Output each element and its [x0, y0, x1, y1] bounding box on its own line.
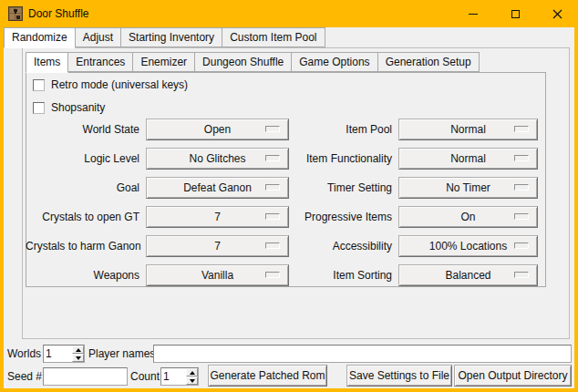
item-pool-dropdown[interactable]: Normal	[398, 119, 538, 140]
worlds-spinner[interactable]	[43, 345, 85, 363]
seed-label: Seed #	[7, 367, 42, 386]
dropdown-indicator-icon	[265, 126, 280, 132]
crystals-harm-ganon-dropdown[interactable]: 7	[146, 235, 289, 257]
main-tab-bar: Randomize Adjust Starting Inventory Cust…	[4, 27, 325, 48]
minimize-button[interactable]	[452, 0, 494, 27]
arrow-down-icon	[76, 356, 81, 360]
worlds-spin-up-button[interactable]	[72, 346, 84, 354]
dropdown-indicator-icon	[514, 213, 529, 220]
count-spin-down-button[interactable]	[186, 377, 198, 385]
worlds-label: Worlds	[7, 345, 41, 363]
seed-input[interactable]	[43, 367, 128, 386]
crystals-open-gt-dropdown[interactable]: 7	[146, 206, 289, 228]
checkbox-icon[interactable]	[33, 102, 45, 114]
option-label: Timer Setting	[283, 181, 392, 194]
tab-generation-setup[interactable]: Generation Setup	[377, 52, 480, 72]
tab-dungeon-shuffle[interactable]: Dungeon Shuffle	[194, 52, 292, 72]
dropdown-indicator-icon	[265, 184, 280, 191]
minimize-icon	[469, 14, 478, 15]
app-icon	[8, 6, 23, 21]
count-spin-up-button[interactable]	[186, 368, 198, 377]
title-bar[interactable]: Door Shuffle	[0, 0, 578, 27]
item-functionality-dropdown[interactable]: Normal	[398, 148, 538, 170]
goal-dropdown[interactable]: Defeat Ganon	[146, 177, 289, 199]
tab-game-options[interactable]: Game Options	[291, 52, 377, 72]
checkbox-icon[interactable]	[33, 79, 45, 91]
worlds-input[interactable]	[44, 346, 72, 362]
tab-entrances[interactable]: Entrances	[67, 52, 133, 72]
close-icon	[552, 9, 563, 19]
option-label: Item Sorting	[283, 269, 392, 282]
accessibility-dropdown[interactable]: 100% Locations	[398, 235, 538, 257]
tab-enemizer[interactable]: Enemizer	[132, 52, 195, 72]
shopsanity-checkbox[interactable]: Shopsanity	[33, 101, 105, 114]
tab-items[interactable]: Items	[26, 52, 68, 73]
count-label: Count	[130, 367, 160, 386]
count-input[interactable]	[161, 368, 186, 385]
dropdown-indicator-icon	[265, 272, 280, 278]
logic-level-dropdown[interactable]: No Glitches	[146, 148, 289, 170]
option-label: Logic Level	[26, 152, 139, 165]
dropdown-indicator-icon	[514, 272, 529, 278]
player-names-input[interactable]	[153, 345, 572, 363]
arrow-up-icon	[190, 371, 195, 375]
timer-setting-dropdown[interactable]: No Timer	[398, 177, 538, 199]
dropdown-indicator-icon	[265, 155, 280, 161]
option-label: Item Pool	[283, 123, 392, 136]
world-state-dropdown[interactable]: Open	[146, 119, 289, 140]
weapons-dropdown[interactable]: Vanilla	[146, 264, 289, 286]
option-label: Progressive Items	[283, 211, 392, 223]
dropdown-indicator-icon	[265, 242, 280, 249]
option-label: Accessibility	[283, 240, 392, 253]
dropdown-indicator-icon	[514, 242, 529, 249]
app-window: Door Shuffle Randomize Adjust Starting I…	[0, 0, 578, 392]
save-settings-button[interactable]: Save Settings to File	[346, 365, 452, 387]
checkbox-label: Retro mode (universal keys)	[51, 78, 188, 91]
count-spinner[interactable]	[160, 367, 199, 386]
tab-starting-inventory[interactable]: Starting Inventory	[120, 27, 222, 47]
progressive-items-dropdown[interactable]: On	[398, 206, 538, 228]
window-body: Randomize Adjust Starting Inventory Cust…	[4, 27, 574, 388]
tab-adjust[interactable]: Adjust	[75, 27, 121, 47]
window-title: Door Shuffle	[28, 0, 89, 27]
item-sorting-dropdown[interactable]: Balanced	[398, 264, 538, 286]
dropdown-indicator-icon	[514, 184, 529, 191]
option-label: World State	[26, 123, 139, 136]
open-output-directory-button[interactable]: Open Output Directory	[454, 365, 572, 387]
close-button[interactable]	[536, 0, 578, 27]
checkbox-label: Shopsanity	[51, 101, 105, 114]
retro-mode-checkbox[interactable]: Retro mode (universal keys)	[33, 78, 188, 91]
dropdown-indicator-icon	[514, 126, 529, 132]
option-label: Crystals to harm Ganon	[26, 240, 139, 253]
option-label: Item Functionality	[283, 152, 392, 165]
maximize-icon	[511, 10, 520, 18]
tab-custom-item-pool[interactable]: Custom Item Pool	[222, 27, 325, 47]
worlds-spin-down-button[interactable]	[72, 354, 84, 362]
player-names-label: Player names	[88, 345, 155, 363]
sub-tab-bar: Items Entrances Enemizer Dungeon Shuffle…	[26, 52, 480, 73]
option-label: Weapons	[26, 269, 139, 282]
dropdown-indicator-icon	[514, 155, 529, 161]
arrow-down-icon	[190, 379, 195, 383]
maximize-button[interactable]	[494, 0, 536, 27]
tab-randomize[interactable]: Randomize	[4, 27, 76, 48]
generate-patched-rom-button[interactable]: Generate Patched Rom	[208, 365, 327, 387]
option-label: Goal	[26, 181, 139, 194]
dropdown-indicator-icon	[265, 213, 280, 220]
arrow-up-icon	[76, 348, 81, 352]
option-label: Crystals to open GT	[26, 211, 139, 223]
